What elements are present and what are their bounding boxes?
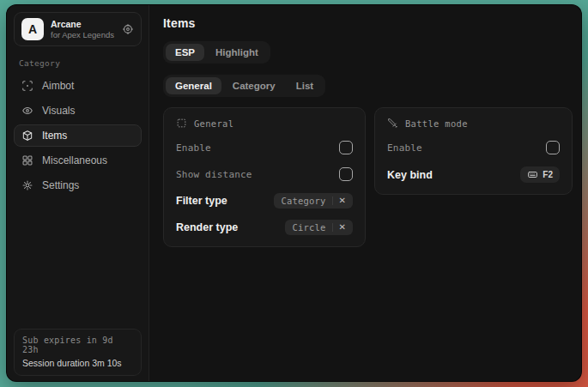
remove-render-icon[interactable]: ✕ xyxy=(332,223,346,232)
sidebar: A Arcane for Apex Legends Category xyxy=(7,5,149,381)
session-duration-text: Session duration 3m 10s xyxy=(22,358,133,368)
setting-row-filter-type: Filter type Category ✕ xyxy=(176,193,353,209)
panel-battle-mode: Battle mode Enable Key bind xyxy=(374,107,573,195)
tab-list[interactable]: List xyxy=(287,77,323,94)
eye-icon xyxy=(21,105,33,117)
render-type-select[interactable]: Circle ✕ xyxy=(285,220,353,235)
sidebar-item-items[interactable]: Items xyxy=(14,124,142,147)
sidebar-item-miscellaneous[interactable]: Miscellaneous xyxy=(14,149,142,172)
filter-type-select[interactable]: Category ✕ xyxy=(274,193,353,209)
page-title: Items xyxy=(163,16,573,30)
setting-row-render-type: Render type Circle ✕ xyxy=(176,220,353,235)
setting-row-key-bind: Key bind F2 xyxy=(387,166,560,183)
show-distance-checkbox[interactable] xyxy=(339,167,353,181)
setting-row-enable: Enable xyxy=(387,140,560,155)
keyboard-icon xyxy=(527,169,538,180)
panel-general: General Enable Show distance Filter type… xyxy=(163,107,366,247)
tab-esp[interactable]: ESP xyxy=(166,44,204,61)
box-select-icon xyxy=(176,118,187,129)
app-logo: A xyxy=(21,18,44,40)
tab-highlight[interactable]: Highlight xyxy=(206,44,268,61)
sidebar-section-label: Category xyxy=(19,58,136,68)
sidebar-item-label: Settings xyxy=(42,179,79,191)
mode-tabs: ESP Highlight xyxy=(163,41,270,63)
setting-label: Filter type xyxy=(176,195,227,207)
brand-text: Arcane for Apex Legends xyxy=(51,19,114,39)
app-subtitle: for Apex Legends xyxy=(51,30,114,39)
app-name: Arcane xyxy=(51,19,114,29)
panel-title: General xyxy=(194,118,233,129)
enable-checkbox[interactable] xyxy=(339,141,353,154)
sub-expiry-text: Sub expires in 9d 23h xyxy=(22,336,133,354)
sub-tabs: General Category List xyxy=(163,75,325,97)
sidebar-item-visuals[interactable]: Visuals xyxy=(14,100,142,122)
panel-general-header: General xyxy=(176,118,353,129)
sidebar-item-aimbot[interactable]: Aimbot xyxy=(14,75,142,97)
panel-title: Battle mode xyxy=(405,118,468,129)
key-bind-value: F2 xyxy=(543,170,553,179)
sidebar-nav: Aimbot Visuals Items xyxy=(14,75,142,197)
key-bind-button[interactable]: F2 xyxy=(520,166,560,183)
tab-category[interactable]: Category xyxy=(223,77,285,94)
setting-label: Show distance xyxy=(176,169,252,180)
tab-general[interactable]: General xyxy=(166,77,221,94)
filter-type-value: Category xyxy=(281,196,325,206)
sidebar-item-label: Miscellaneous xyxy=(42,154,107,166)
panel-battle-header: Battle mode xyxy=(387,118,560,129)
sidebar-item-label: Aimbot xyxy=(42,80,74,92)
app-window: A Arcane for Apex Legends Category xyxy=(6,4,582,382)
gear-icon xyxy=(21,179,33,191)
crosshair-icon xyxy=(21,80,33,92)
subscription-info: Sub expires in 9d 23h Session duration 3… xyxy=(14,329,142,376)
setting-label: Key bind xyxy=(387,169,433,181)
sidebar-item-label: Visuals xyxy=(42,105,75,117)
setting-label: Enable xyxy=(176,142,211,154)
sword-icon xyxy=(387,118,398,129)
render-type-value: Circle xyxy=(292,222,325,233)
panels: General Enable Show distance Filter type… xyxy=(163,107,573,247)
remove-filter-icon[interactable]: ✕ xyxy=(332,197,346,205)
sidebar-item-label: Items xyxy=(42,130,67,142)
setting-label: Render type xyxy=(176,221,238,233)
setting-row-enable: Enable xyxy=(176,140,353,155)
grid-icon xyxy=(21,154,33,166)
setting-row-show-distance: Show distance xyxy=(176,166,353,182)
sidebar-item-settings[interactable]: Settings xyxy=(14,174,142,197)
target-icon[interactable] xyxy=(122,23,134,35)
main-content: Items ESP Highlight General Category Lis… xyxy=(149,5,581,381)
package-icon xyxy=(21,130,33,142)
setting-label: Enable xyxy=(387,142,422,154)
battle-enable-checkbox[interactable] xyxy=(546,141,560,154)
brand-header: A Arcane for Apex Legends xyxy=(14,12,142,46)
